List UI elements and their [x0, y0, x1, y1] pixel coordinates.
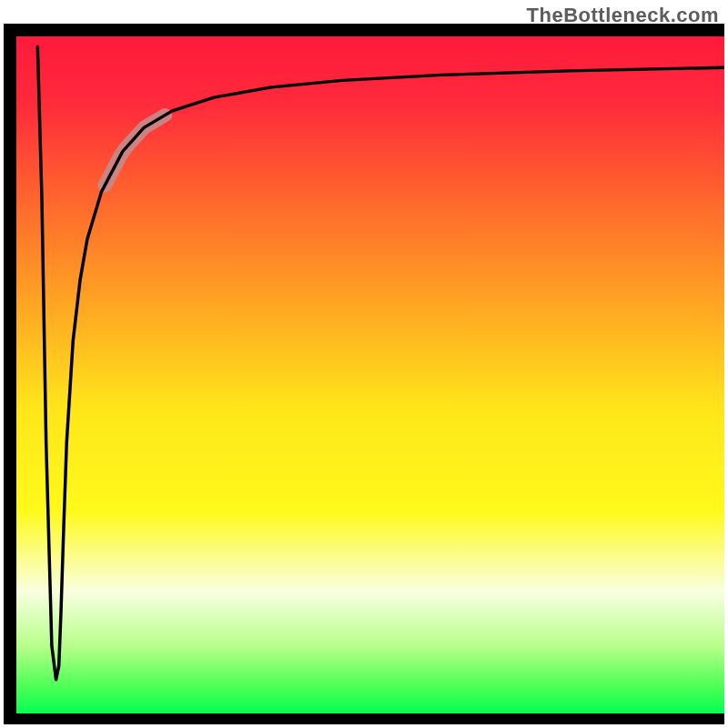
watermark-text: TheBottleneck.com: [527, 4, 719, 27]
curve-layer: [16, 36, 724, 713]
chart-stage: TheBottleneck.com: [0, 0, 728, 728]
plot-frame: [4, 24, 724, 724]
plot-area: [16, 36, 724, 713]
curve-highlight-segment: [105, 115, 165, 185]
